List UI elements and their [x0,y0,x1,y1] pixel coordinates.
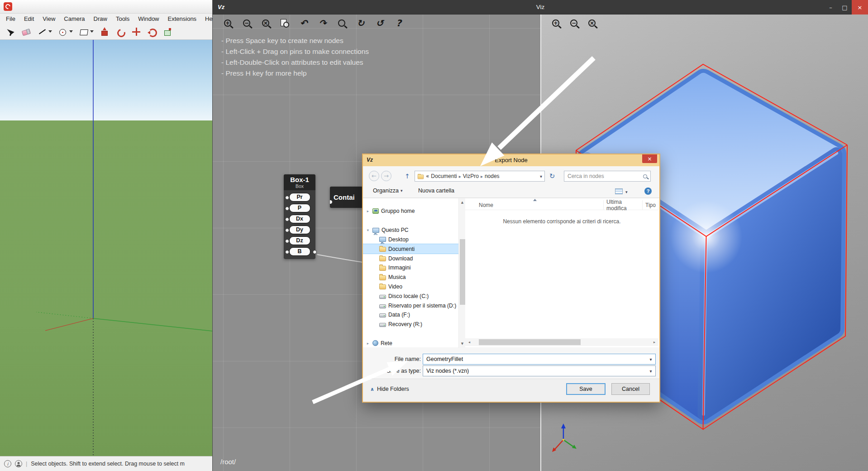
expander-icon[interactable]: ▸ [366,209,370,213]
dropdown-arrow-icon[interactable] [48,30,52,33]
sidebar-item[interactable]: Riservato per il sistema (D:) [363,301,458,310]
circle-tool-icon[interactable] [58,27,73,37]
refresh-graph-icon[interactable]: ↻ [355,17,367,29]
breadcrumb-dropdown-icon[interactable]: ▾ [540,174,542,179]
menu-item[interactable]: View [43,15,55,22]
followme-tool-icon[interactable] [115,27,125,37]
file-name-input[interactable]: GeometryFillet ▾ [423,354,656,365]
pin-label[interactable]: Dx [289,215,310,223]
pushpull-tool-icon[interactable] [100,27,110,37]
menu-item[interactable]: Draw [94,15,107,22]
sidebar-item[interactable]: Desktop [363,235,458,245]
scrollbar-thumb[interactable] [460,239,465,305]
viewport-zoom-in-icon[interactable]: + [550,17,562,29]
viz-titlebar[interactable]: Vz Viz –□× [213,0,868,14]
node-pin[interactable]: Dx [284,215,315,223]
sketchup-viewport[interactable] [0,40,212,456]
close-button[interactable]: × [852,0,868,14]
organize-menu[interactable]: Organizza ▾ [373,187,403,194]
node-pin[interactable]: B [284,247,315,256]
sidebar-item[interactable]: Video [363,282,458,292]
sidebar-item[interactable]: ▸ Gruppo home [363,207,458,216]
viewport-zoom-reset-icon[interactable]: × [586,17,598,29]
pin-label[interactable]: P [289,204,310,212]
move-tool-icon[interactable] [131,27,141,37]
node-pin[interactable]: Dy [284,226,315,234]
menu-item[interactable]: Window [138,15,159,22]
chevron-right-icon[interactable]: ▸ [481,174,483,179]
scroll-down-icon[interactable]: ▼ [459,341,466,347]
menu-item[interactable]: File [6,15,15,22]
forward-button[interactable]: → [381,171,391,181]
select-tool-icon[interactable] [5,27,15,37]
geolocation-icon[interactable]: i [4,460,11,467]
menu-item[interactable]: Extensions [168,15,197,22]
chevron-right-icon[interactable]: ▸ [459,174,461,179]
refresh-button[interactable]: ↻ [547,171,558,182]
sidebar-scrollbar[interactable]: ▲ ▼ [458,198,465,348]
hide-folders-button[interactable]: ∧ Hide Folders [370,386,409,392]
dropdown-arrow-icon[interactable] [69,30,73,33]
node-header[interactable]: Box-1 Box [284,174,315,190]
sidebar-item[interactable]: Disco locale (C:) [363,291,458,301]
pin-label[interactable]: B [289,247,310,256]
dialog-titlebar[interactable]: Vz Export Node × [363,154,659,166]
node-pin[interactable]: Dz [284,236,315,245]
help-icon[interactable]: ? [393,17,405,29]
pin-label[interactable]: Dy [289,226,310,234]
up-one-level-button[interactable]: ↑ [402,172,412,181]
viewport-zoom-out-icon[interactable]: − [568,17,580,29]
scroll-left-icon[interactable]: ◂ [466,338,472,346]
column-header-nome[interactable]: Nome [465,200,604,210]
eraser-tool-icon[interactable] [21,27,31,37]
sidebar-item[interactable]: Download [363,254,458,263]
menu-item[interactable]: Tools [116,15,129,22]
help-icon[interactable]: ? [644,187,652,195]
breadcrumb-item[interactable]: nodes [485,173,501,179]
scroll-right-icon[interactable]: ▸ [651,338,658,346]
relayout-graph-icon[interactable]: ↺ [374,17,386,29]
cancel-button[interactable]: Cancel [611,383,650,395]
dialog-close-button[interactable]: × [642,154,657,163]
minimize-button[interactable]: – [824,0,838,14]
scale-tool-icon[interactable] [163,27,173,37]
dropdown-arrow-icon[interactable] [90,30,94,33]
breadcrumb-item[interactable]: VizPro ▸ [463,173,483,179]
rotate-tool-icon[interactable] [147,27,157,37]
scrollbar-thumb[interactable] [479,339,581,345]
expander-icon[interactable]: ▸ [366,341,370,346]
sidebar-item[interactable]: ▾ Questo PC [363,226,458,235]
chevron-down-icon[interactable]: ▾ [646,369,655,374]
line-tool-icon[interactable] [37,27,52,37]
zoom-cancel-icon[interactable]: × [260,17,272,29]
breadcrumb[interactable]: « Documenti ▸ VizPro ▸ nodes ▾ [415,171,545,182]
scroll-up-icon[interactable]: ▲ [459,199,466,206]
new-folder-button[interactable]: Nuova cartella [418,187,454,194]
node-box-1[interactable]: Box-1 Box Pr P Dx Dy Dz [284,174,315,259]
change-view-button[interactable] [615,188,623,194]
zoom-fit-icon[interactable] [279,17,291,29]
undo-icon[interactable]: ↶ [298,17,310,29]
rectangle-tool-icon[interactable] [79,27,94,37]
node-pin[interactable]: Pr [284,193,315,202]
pin-label[interactable]: Pr [289,193,310,202]
sidebar-item[interactable]: Documenti [363,244,458,254]
maximize-button[interactable]: □ [838,0,852,14]
column-header-tipo[interactable]: Tipo [643,200,658,210]
redo-icon[interactable]: ↷ [317,17,329,29]
sidebar-item[interactable]: ▸ Rete [363,339,458,346]
sidebar-item[interactable]: Immagini [363,263,458,273]
node-pin[interactable]: P [284,204,315,212]
save-button[interactable]: Save [566,383,606,395]
back-button[interactable]: ← [369,171,379,181]
save-type-select[interactable]: Viz nodes (*.vzn) ▾ [423,365,656,376]
expander-icon[interactable]: ▾ [366,228,370,232]
breadcrumb-item[interactable]: Documenti ▸ [431,173,461,179]
column-header-ultima-modifica[interactable]: Ultima modifica [604,200,643,210]
menu-item[interactable]: Edit [24,15,34,22]
find-node-icon[interactable] [336,17,348,29]
search-input[interactable]: Cerca in nodes [564,171,651,182]
zoom-out-icon[interactable]: − [241,17,253,29]
sidebar-item[interactable]: Recovery (R:) [363,320,458,329]
user-account-icon[interactable] [15,460,22,467]
